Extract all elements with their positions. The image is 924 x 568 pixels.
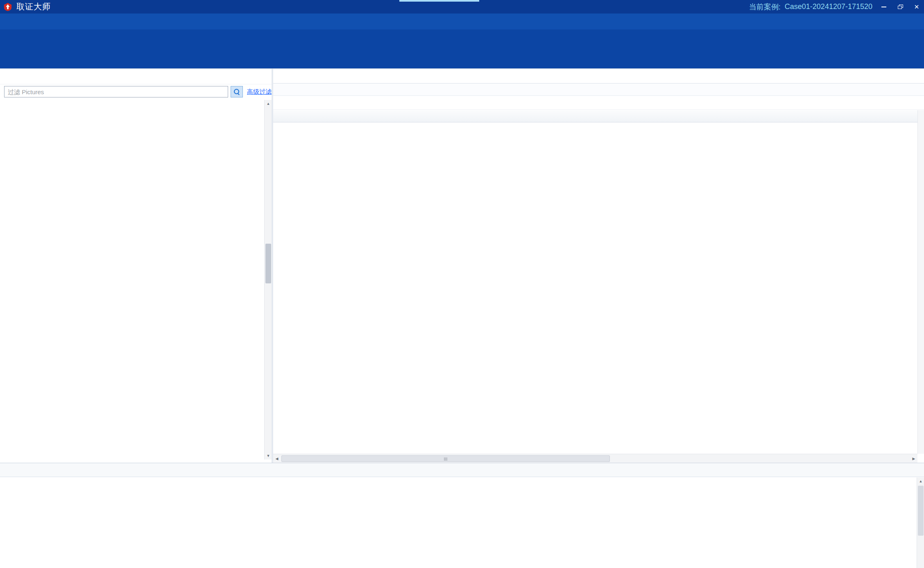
table-vertical-scrollbar[interactable] (917, 110, 924, 454)
hscroll-thumb[interactable] (281, 455, 610, 462)
case-label: 当前案例: (749, 2, 781, 12)
content-area: 高级过滤 ▲ ▼ ◀ ▶ (0, 68, 924, 463)
list-toolbar (273, 96, 924, 110)
table-header (273, 110, 917, 122)
scroll-up-icon[interactable]: ▲ (917, 477, 924, 485)
summary-scrollbar[interactable]: ▲ (917, 477, 924, 568)
file-table (273, 110, 917, 454)
minimize-button[interactable] (881, 4, 887, 10)
close-button[interactable]: ✕ (913, 4, 920, 10)
tree-panel-toolbar (0, 69, 272, 84)
forensics-master-window: 取证大师 当前案例: Case01-20241207-171520 ✕ 高级过滤… (0, 0, 924, 568)
tree-scrollbar-thumb[interactable] (265, 244, 271, 283)
current-case-info: 当前案例: Case01-20241207-171520 (749, 0, 872, 14)
summary-scrollbar-thumb[interactable] (918, 486, 924, 536)
tree-scrollbar[interactable]: ▲ ▼ (264, 100, 272, 459)
file-tree-panel: 高级过滤 ▲ ▼ (0, 69, 272, 463)
main-toolbar (0, 29, 924, 53)
menubar (0, 14, 924, 29)
restore-button[interactable] (897, 4, 904, 10)
search-icon (234, 89, 240, 95)
app-logo-icon (3, 2, 12, 11)
breadcrumb (273, 84, 924, 96)
filter-input[interactable] (4, 86, 228, 97)
file-list-panel: ◀ ▶ (273, 69, 924, 463)
detail-panel: ▲ (0, 463, 924, 568)
titlebar: 取证大师 当前案例: Case01-20241207-171520 ✕ (0, 0, 924, 14)
filter-search-button[interactable] (231, 86, 243, 97)
top-progress-strip (399, 0, 479, 2)
table-horizontal-scrollbar[interactable]: ◀ ▶ (273, 454, 917, 463)
summary-content (0, 477, 917, 568)
main-tabbar (0, 53, 924, 68)
app-title: 取证大师 (16, 1, 51, 12)
scroll-left-icon[interactable]: ◀ (273, 455, 281, 462)
view-tabbar (273, 69, 924, 84)
scroll-up-icon[interactable]: ▲ (265, 100, 272, 107)
file-tree (0, 100, 264, 459)
advanced-filter-link[interactable]: 高级过滤 (247, 88, 272, 96)
scroll-down-icon[interactable]: ▼ (265, 452, 272, 459)
tree-filter-row: 高级过滤 (0, 84, 272, 99)
case-value: Case01-20241207-171520 (785, 2, 872, 11)
scroll-right-icon[interactable]: ▶ (910, 455, 917, 462)
detail-tabbar (0, 463, 924, 477)
